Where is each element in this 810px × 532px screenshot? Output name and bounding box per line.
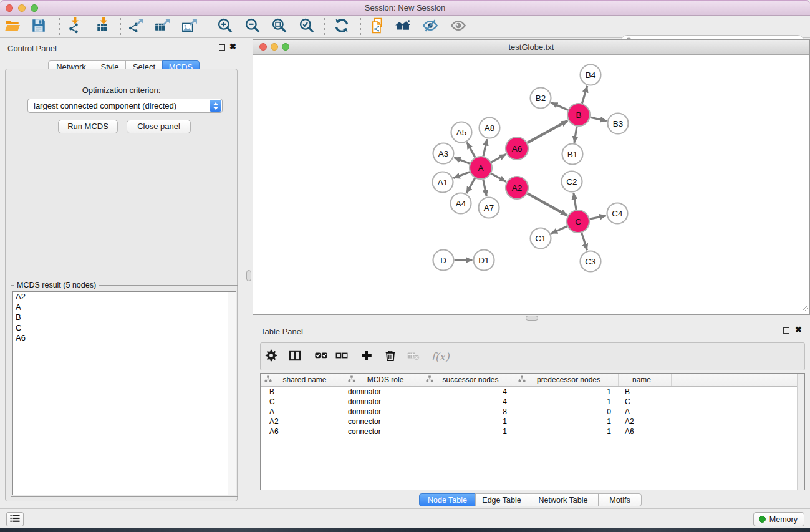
- table-row[interactable]: Cdominator41C: [261, 397, 804, 407]
- graph-node-D1[interactable]: D1: [474, 250, 494, 271]
- show-panel-button[interactable]: [447, 17, 470, 36]
- zoom-out-button[interactable]: [241, 17, 264, 36]
- tab-network-table[interactable]: Network Table: [528, 493, 599, 506]
- table-row[interactable]: Adominator80A: [261, 407, 804, 417]
- refresh-layout-button[interactable]: [330, 17, 353, 36]
- deselect-all-rows-button[interactable]: [334, 349, 349, 364]
- add-column-button[interactable]: [359, 349, 374, 364]
- edge-C-C1[interactable]: [551, 226, 567, 234]
- table-scrollbar[interactable]: [797, 374, 804, 490]
- mcds-result-item[interactable]: A: [13, 302, 236, 313]
- column-header-MCDS-role[interactable]: MCDS role: [344, 374, 422, 386]
- columns-button[interactable]: [287, 349, 302, 364]
- mcds-result-item[interactable]: C: [13, 323, 236, 334]
- column-header-successor-nodes[interactable]: successor nodes: [422, 374, 514, 386]
- delete-column-button[interactable]: [383, 349, 398, 364]
- graph-node-B4[interactable]: B4: [581, 65, 601, 85]
- tab-motifs[interactable]: Motifs: [598, 493, 642, 506]
- float-panel-icon[interactable]: [219, 44, 225, 51]
- hide-panel-button[interactable]: [419, 17, 441, 36]
- graph-node-B[interactable]: B: [567, 104, 590, 126]
- graph-node-C1[interactable]: C1: [531, 228, 551, 249]
- select-all-rows-button[interactable]: [314, 349, 329, 364]
- zoom-selected-button[interactable]: [296, 17, 318, 36]
- graph-node-C2[interactable]: C2: [562, 172, 582, 192]
- edge-A-A8[interactable]: [483, 139, 487, 156]
- tab-edge-table[interactable]: Edge Table: [475, 493, 528, 506]
- network-zoom-button[interactable]: [282, 43, 289, 51]
- graph-node-B1[interactable]: B1: [562, 144, 583, 165]
- column-header-name[interactable]: name: [619, 374, 672, 386]
- memory-button[interactable]: Memory: [753, 512, 804, 526]
- edge-A-A4[interactable]: [466, 178, 475, 193]
- tab-node-table[interactable]: Node Table: [419, 493, 476, 506]
- resize-grip-icon[interactable]: [801, 302, 809, 314]
- zoom-window-button[interactable]: [31, 4, 38, 12]
- graph-node-A[interactable]: A: [470, 157, 492, 179]
- edge-C-C4[interactable]: [590, 216, 606, 219]
- horizontal-split-handle[interactable]: [526, 316, 538, 321]
- vertical-split-handle[interactable]: [246, 270, 251, 281]
- export-network-button[interactable]: [125, 17, 147, 36]
- graph-node-B2[interactable]: B2: [531, 88, 551, 109]
- table-settings-button[interactable]: [264, 349, 279, 364]
- graph-node-C4[interactable]: C4: [607, 203, 628, 224]
- graph-node-A1[interactable]: A1: [433, 172, 453, 193]
- column-header-predecessor-nodes[interactable]: predecessor nodes: [514, 374, 619, 386]
- close-window-button[interactable]: [6, 4, 13, 12]
- export-image-button[interactable]: [178, 17, 201, 36]
- edge-A-A5[interactable]: [467, 142, 475, 157]
- column-header-shared-name[interactable]: shared name: [261, 374, 344, 386]
- graph-node-A4[interactable]: A4: [451, 193, 471, 214]
- edge-A-A1[interactable]: [453, 172, 470, 178]
- criterion-select[interactable]: largest connected component (directed): [27, 99, 223, 113]
- minimize-window-button[interactable]: [18, 4, 26, 12]
- show-log-button[interactable]: [6, 512, 24, 526]
- network-close-button[interactable]: [259, 43, 267, 51]
- graph-node-A2[interactable]: A2: [506, 177, 528, 199]
- mcds-result-list[interactable]: A2ABCA6: [12, 291, 236, 495]
- mcds-result-item[interactable]: A2: [13, 292, 236, 302]
- graph-node-B3[interactable]: B3: [608, 114, 629, 134]
- copy-network-button[interactable]: [366, 17, 388, 36]
- graph-node-A7[interactable]: A7: [479, 198, 499, 218]
- home-view-button[interactable]: [392, 17, 414, 36]
- edge-A2-C[interactable]: [528, 193, 567, 215]
- graph-node-A5[interactable]: A5: [451, 122, 472, 143]
- import-table-button[interactable]: [92, 17, 115, 36]
- edge-B-B1[interactable]: [574, 127, 577, 143]
- mcds-list-scrollbar[interactable]: [228, 292, 236, 495]
- graph-node-A6[interactable]: A6: [506, 137, 528, 160]
- graph-node-A8[interactable]: A8: [480, 118, 500, 138]
- edge-A-A2[interactable]: [491, 173, 506, 181]
- graph-node-C3[interactable]: C3: [581, 251, 601, 272]
- network-graph-canvas[interactable]: AA1A2A3A4A5A6A7A8BB1B2B3B4CC1C2C3C4DD1: [253, 55, 809, 314]
- edge-B-B4[interactable]: [582, 86, 587, 104]
- edge-C-C2[interactable]: [574, 193, 576, 210]
- edge-A-A3[interactable]: [454, 158, 470, 164]
- network-minimize-button[interactable]: [271, 43, 278, 51]
- zoom-fit-button[interactable]: [268, 17, 291, 36]
- mcds-result-item[interactable]: B: [13, 312, 236, 323]
- graph-node-A3[interactable]: A3: [433, 143, 454, 164]
- edge-B-B2[interactable]: [551, 102, 568, 110]
- close-panel-icon[interactable]: ✖: [229, 42, 236, 52]
- edge-A-A6[interactable]: [491, 154, 506, 162]
- close-panel-button[interactable]: Close panel: [127, 120, 191, 133]
- edge-B-B3[interactable]: [591, 117, 607, 121]
- open-session-button[interactable]: [1, 17, 24, 36]
- edge-A-A7[interactable]: [483, 180, 487, 196]
- graph-node-D[interactable]: D: [433, 250, 454, 271]
- export-table-button[interactable]: [152, 17, 174, 36]
- import-network-button[interactable]: [64, 17, 86, 36]
- edge-C-C3[interactable]: [582, 233, 587, 250]
- save-session-button[interactable]: [27, 17, 50, 36]
- graph-node-C[interactable]: C: [567, 210, 589, 233]
- mcds-result-item[interactable]: A6: [13, 333, 236, 344]
- zoom-in-button[interactable]: [214, 17, 236, 36]
- table-row[interactable]: A2connector11A2: [261, 417, 804, 427]
- table-row[interactable]: Bdominator41B: [261, 387, 804, 397]
- table-row[interactable]: A6connector11A6: [261, 427, 804, 437]
- close-table-panel-icon[interactable]: ✖: [795, 325, 802, 335]
- edge-A6-B[interactable]: [528, 121, 568, 143]
